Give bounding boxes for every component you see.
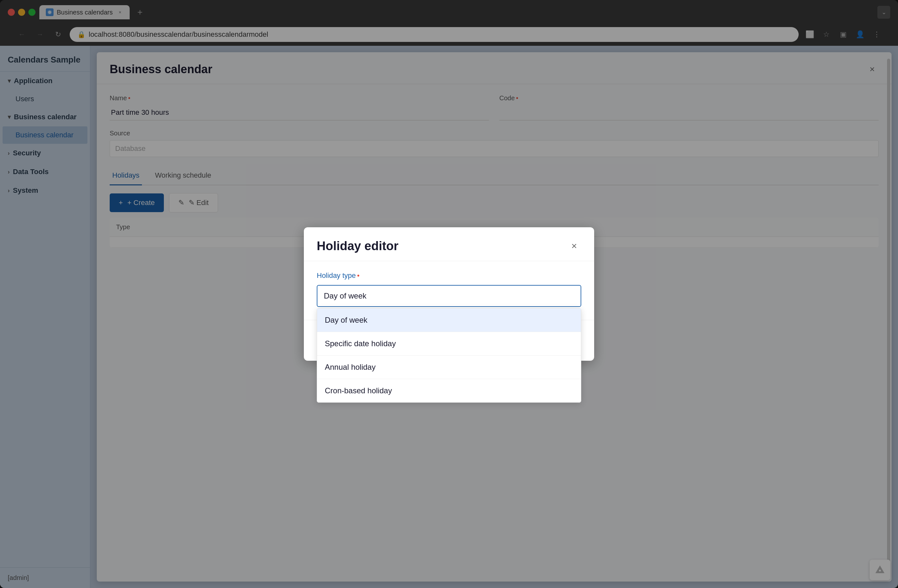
option-annual-holiday[interactable]: Annual holiday <box>317 355 581 379</box>
browser-window: Business calendars × + ⌄ ← → ↻ 🔒 localho… <box>0 0 898 588</box>
holiday-type-label: Holiday type• <box>317 272 581 280</box>
holiday-dialog-header: Holiday editor × <box>304 227 594 261</box>
dropdown-selected-option[interactable]: Day of week <box>317 285 581 307</box>
option-specific-date[interactable]: Specific date holiday <box>317 332 581 355</box>
holiday-dialog-title: Holiday editor <box>317 239 398 253</box>
holiday-type-dropdown: Day of week Day of week Specific date ho… <box>317 285 581 307</box>
holiday-close-button[interactable]: × <box>567 239 581 253</box>
dropdown-list: Day of week Specific date holiday Annual… <box>317 308 581 403</box>
holiday-editor-dialog: Holiday editor × Holiday type• Day of we… <box>304 227 594 361</box>
holiday-dialog-body: Holiday type• Day of week Day of week Sp… <box>304 261 594 320</box>
overlay: Holiday editor × Holiday type• Day of we… <box>0 0 898 588</box>
option-day-of-week[interactable]: Day of week <box>317 309 581 332</box>
option-cron-based[interactable]: Cron-based holiday <box>317 379 581 402</box>
